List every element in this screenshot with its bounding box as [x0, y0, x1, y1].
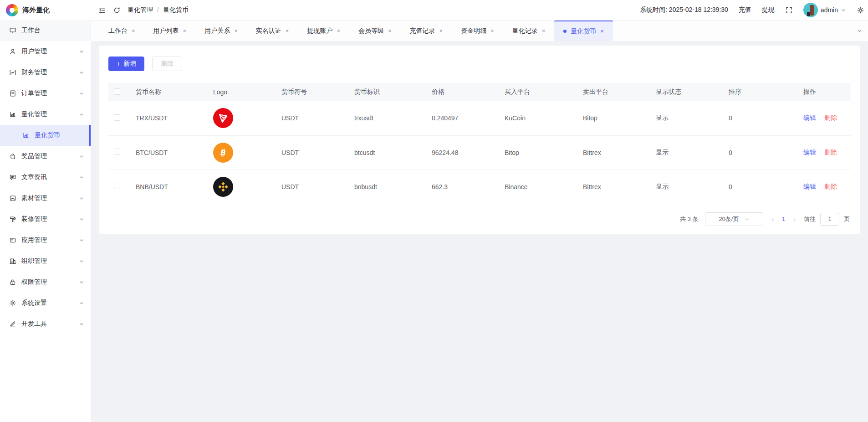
currency-code: bnbusdt	[349, 170, 426, 204]
sidebar-item-article-news[interactable]: 文章资讯	[0, 167, 91, 188]
close-icon[interactable]: ×	[490, 28, 494, 34]
sidebar-item-user-management[interactable]: 用户管理	[0, 41, 91, 62]
sidebar-item-decoration-management[interactable]: 装修管理	[0, 209, 91, 230]
edit-link[interactable]: 编辑	[803, 114, 816, 121]
close-icon[interactable]: ×	[183, 28, 187, 34]
sidebar-item-workbench[interactable]: 工作台	[0, 20, 91, 41]
close-icon[interactable]: ×	[286, 28, 289, 34]
table-header-row: 货币名称 Logo 货币符号 货币标识 价格 买入平台 卖出平台 显示状态 排序…	[108, 83, 851, 101]
tab-quant-records[interactable]: 量化记录 ×	[503, 21, 555, 41]
chevron-down-icon	[79, 91, 84, 96]
page-size-select[interactable]: 20条/页	[705, 212, 763, 226]
close-icon[interactable]: ×	[439, 28, 443, 34]
active-tab-dot	[563, 30, 567, 33]
goto-page-input[interactable]	[820, 213, 839, 226]
app-root: 海外量化 工作台 用户管理 财务管理	[0, 0, 868, 422]
system-time-value: 2025-02-18 12:39:30	[669, 6, 728, 13]
bnb-logo-icon	[213, 177, 233, 197]
close-icon[interactable]: ×	[600, 28, 604, 34]
delete-link[interactable]: 删除	[824, 149, 837, 156]
sidebar-item-order-management[interactable]: 订单管理	[0, 83, 91, 104]
close-icon[interactable]: ×	[132, 28, 135, 34]
sidebar-item-material-management[interactable]: 素材管理	[0, 188, 91, 209]
user-menu[interactable]: admin	[803, 3, 846, 17]
sidebar-item-label: 用户管理	[21, 47, 74, 56]
page-number-1[interactable]: 1	[780, 216, 787, 222]
table-row: TRX/USDT USDT trxusdt 0.240497 KuCoin Bi…	[108, 101, 851, 135]
sidebar-item-label: 应用管理	[21, 236, 74, 244]
withdraw-button[interactable]: 提现	[762, 6, 775, 14]
prize-bag-icon	[9, 153, 16, 160]
col-sell-platform: 卖出平台	[577, 83, 650, 101]
add-button-label: 新增	[123, 60, 136, 68]
recharge-button[interactable]: 充值	[739, 6, 751, 14]
edit-link[interactable]: 编辑	[803, 183, 816, 190]
tab-recharge-records[interactable]: 充值记录 ×	[401, 21, 452, 41]
tab-fund-details[interactable]: 资金明细 ×	[452, 21, 503, 41]
tab-quant-currency[interactable]: 量化货币 ×	[554, 21, 613, 41]
goto-label: 前往	[804, 215, 816, 223]
paint-roller-icon	[9, 216, 16, 223]
chevron-down-icon	[79, 279, 84, 285]
row-checkbox[interactable]	[114, 183, 120, 189]
fullscreen-icon[interactable]	[785, 6, 793, 14]
sidebar-item-permission-management[interactable]: 权限管理	[0, 272, 91, 293]
tab-real-name-auth[interactable]: 实名认证 ×	[247, 21, 298, 41]
delete-button[interactable]: 删除	[152, 57, 182, 71]
tab-label: 量化货币	[571, 27, 596, 36]
close-icon[interactable]: ×	[234, 28, 238, 34]
sidebar-item-dev-tools[interactable]: 开发工具	[0, 314, 91, 335]
tab-user-list[interactable]: 用户列表 ×	[144, 21, 196, 41]
sidebar-item-label: 奖品管理	[21, 152, 74, 160]
tab-workbench[interactable]: 工作台 ×	[99, 21, 144, 41]
tab-label: 用户列表	[153, 27, 179, 35]
main-column: 量化管理 / 量化货币 系统时间: 2025-02-18 12:39:30 充值…	[91, 0, 868, 422]
sidebar-item-finance-management[interactable]: 财务管理	[0, 62, 91, 83]
edit-link[interactable]: 编辑	[803, 149, 816, 156]
brand-name: 海外量化	[22, 6, 50, 15]
sidebar-item-label: 量化货币	[35, 131, 84, 139]
select-all-checkbox[interactable]	[114, 88, 120, 95]
tab-label: 充值记录	[410, 27, 435, 35]
tab-label: 资金明细	[461, 27, 486, 35]
delete-link[interactable]: 删除	[824, 183, 837, 190]
delete-link[interactable]: 删除	[824, 114, 837, 121]
chevron-down-icon	[79, 216, 84, 222]
breadcrumb-section[interactable]: 量化管理	[128, 6, 153, 14]
sell-platform: Bitop	[577, 101, 650, 135]
sidebar-item-quant-management[interactable]: 量化管理	[0, 104, 91, 125]
tab-actions-chevron-icon[interactable]	[857, 21, 863, 41]
currency-price: 96224.48	[426, 135, 499, 170]
currency-price: 0.240497	[426, 101, 499, 135]
settings-gear-icon[interactable]	[857, 6, 864, 14]
page-size-value: 20条/页	[719, 215, 739, 223]
chevron-down-icon	[744, 216, 750, 222]
collapse-sidebar-icon[interactable]	[98, 6, 106, 14]
prev-page-button[interactable]: ‹	[770, 216, 775, 223]
tab-member-levels[interactable]: 会员等级 ×	[349, 21, 401, 41]
chevron-down-icon	[79, 237, 84, 243]
col-logo: Logo	[208, 83, 276, 101]
sidebar-item-prize-management[interactable]: 奖品管理	[0, 146, 91, 167]
close-icon[interactable]: ×	[337, 28, 340, 34]
close-icon[interactable]: ×	[542, 28, 546, 34]
sidebar-item-app-management[interactable]: 应用管理	[0, 230, 91, 251]
monitor-icon	[9, 27, 16, 34]
tab-user-relations[interactable]: 用户关系 ×	[195, 21, 247, 41]
tab-withdraw-accounts[interactable]: 提现账户 ×	[298, 21, 349, 41]
page-unit-label: 页	[844, 215, 850, 223]
next-page-button[interactable]: ›	[792, 216, 797, 223]
sidebar-item-quant-currency[interactable]: 量化货币	[0, 125, 91, 146]
sidebar-item-system-settings[interactable]: 系统设置	[0, 293, 91, 314]
brand-logo-icon	[6, 4, 18, 16]
currency-name: BTC/USDT	[130, 135, 208, 170]
plus-icon: +	[117, 60, 120, 67]
row-checkbox[interactable]	[114, 114, 120, 121]
sidebar-item-organization-management[interactable]: 组织管理	[0, 251, 91, 272]
chevron-down-icon	[79, 70, 84, 75]
close-icon[interactable]: ×	[388, 28, 392, 34]
row-checkbox[interactable]	[114, 149, 120, 155]
quant-chart-icon	[9, 111, 16, 118]
refresh-icon[interactable]	[113, 6, 121, 14]
add-button[interactable]: + 新增	[108, 57, 144, 71]
